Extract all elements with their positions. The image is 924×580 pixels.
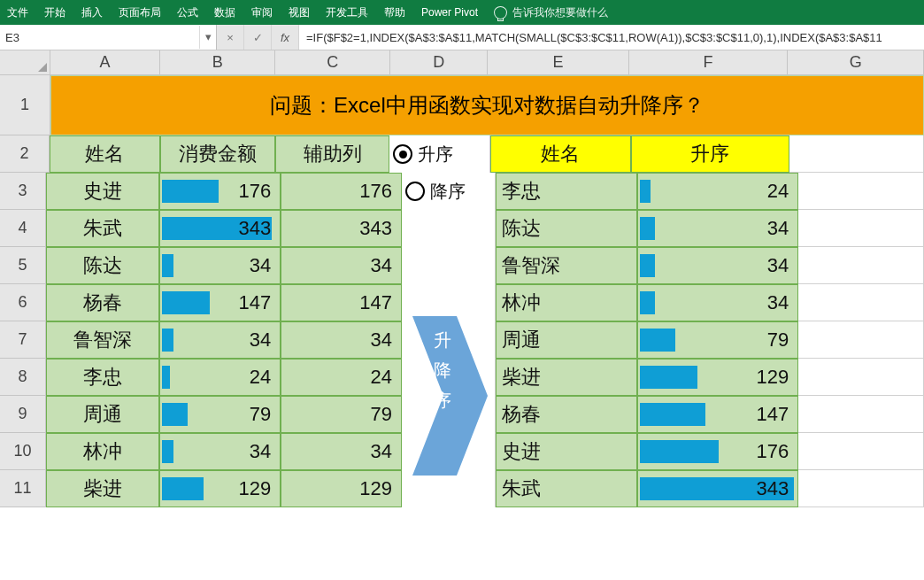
cell-sorted[interactable]: 34 [637,210,799,247]
cell-D8[interactable] [402,359,496,396]
tell-me[interactable]: 告诉我你想要做什么 [494,5,608,20]
ribbon-tab-review[interactable]: 审阅 [251,5,273,20]
rowhead-4[interactable]: 4 [0,210,46,247]
cell-aux[interactable]: 129 [281,470,402,507]
colhead-E[interactable]: E [488,50,629,75]
cell-G11[interactable] [798,470,924,507]
cell-sorted[interactable]: 24 [637,173,799,210]
rowhead-1[interactable]: 1 [0,75,50,135]
ribbon-tab-formula[interactable]: 公式 [177,5,198,20]
cell-name-left[interactable]: 杨春 [46,284,159,321]
enter-button[interactable]: ✓ [244,25,272,50]
cell-aux[interactable]: 343 [281,210,402,247]
cell-D4[interactable] [402,210,496,247]
rowhead-8[interactable]: 8 [0,359,46,396]
cell-name-right[interactable]: 史进 [496,433,637,470]
cell-sorted[interactable]: 34 [637,247,799,284]
radio-desc[interactable]: 降序 [402,173,496,210]
cell-sorted[interactable]: 79 [637,321,799,359]
cell-name-right[interactable]: 杨春 [496,396,637,433]
cell-amount[interactable]: 147 [159,284,281,321]
rowhead-6[interactable]: 6 [0,284,46,321]
cell-G6[interactable] [798,284,924,321]
cell-sorted[interactable]: 343 [637,470,799,507]
cell-D10[interactable] [402,433,496,470]
cell-name-left[interactable]: 鲁智深 [46,321,159,359]
cell-name-left[interactable]: 林冲 [46,433,159,470]
cell-G7[interactable] [798,321,924,359]
header-name-left[interactable]: 姓名 [50,135,160,173]
cell-amount[interactable]: 34 [159,247,281,284]
ribbon-tab-pivot[interactable]: Power Pivot [421,6,478,19]
cell-aux[interactable]: 176 [281,173,402,210]
colhead-G[interactable]: G [788,50,924,75]
cell-amount[interactable]: 24 [159,359,281,396]
cell-G3[interactable] [798,173,924,210]
header-name-right[interactable]: 姓名 [490,135,631,173]
cell-amount[interactable]: 176 [159,173,281,210]
ribbon-tab-help[interactable]: 帮助 [384,5,405,20]
cell-name-left[interactable]: 陈达 [46,247,159,284]
cell-amount[interactable]: 34 [159,433,281,470]
cell-name-right[interactable]: 鲁智深 [496,247,637,284]
name-box-dropdown-icon[interactable]: ▾ [199,26,216,49]
rowhead-9[interactable]: 9 [0,396,46,433]
rowhead-2[interactable]: 2 [0,135,50,173]
cell-sorted[interactable]: 34 [637,284,799,321]
cell-name-left[interactable]: 朱武 [46,210,159,247]
cell-name-right[interactable]: 林冲 [496,284,637,321]
cell-name-right[interactable]: 周通 [496,321,637,359]
cell-aux[interactable]: 24 [281,359,402,396]
cell-D11[interactable] [402,470,496,507]
cell-sorted[interactable]: 129 [637,359,799,396]
cell-amount[interactable]: 79 [159,396,281,433]
colhead-D[interactable]: D [390,50,488,75]
colhead-C[interactable]: C [275,50,390,75]
cell-aux[interactable]: 34 [281,247,402,284]
cell-name-left[interactable]: 李忠 [46,359,159,396]
ribbon-tab-dev[interactable]: 开发工具 [326,5,368,20]
rowhead-3[interactable]: 3 [0,173,46,210]
title-cell[interactable]: 问题：Excel中用函数实现对数据自动升降序？ [50,75,924,135]
cell-name-left[interactable]: 周通 [46,396,159,433]
formula-input[interactable]: =IF($F$2=1,INDEX($A$3:$A$11,MATCH(SMALL(… [299,25,924,50]
select-all-corner[interactable] [0,50,50,75]
rowhead-7[interactable]: 7 [0,321,46,359]
header-aux[interactable]: 辅助列 [275,135,390,173]
ribbon-tab-data[interactable]: 数据 [214,5,235,20]
header-sorted[interactable]: 升序 [631,135,789,173]
ribbon-tab-file[interactable]: 文件 [7,5,28,20]
radio-asc[interactable]: 升序 [389,135,489,173]
colhead-B[interactable]: B [160,50,275,75]
cancel-button[interactable]: × [217,25,244,50]
cell-name-left[interactable]: 柴进 [46,470,159,507]
cell-aux[interactable]: 34 [281,321,402,359]
cell-D7[interactable] [402,321,496,359]
name-box[interactable]: E3 ▾ [0,25,217,50]
rowhead-11[interactable]: 11 [0,470,46,507]
cell-name-right[interactable]: 陈达 [496,210,637,247]
cell-aux[interactable]: 79 [281,396,402,433]
rowhead-5[interactable]: 5 [0,247,46,284]
cell-name-left[interactable]: 史进 [46,173,159,210]
cell-amount[interactable]: 129 [159,470,281,507]
ribbon-tab-view[interactable]: 视图 [289,5,310,20]
ribbon-tab-insert[interactable]: 插入 [81,5,103,20]
cell-aux[interactable]: 34 [281,433,402,470]
ribbon-tab-home[interactable]: 开始 [44,5,65,20]
ribbon-tab-layout[interactable]: 页面布局 [119,5,161,20]
cell-name-right[interactable]: 柴进 [496,359,637,396]
colhead-F[interactable]: F [629,50,788,75]
rowhead-10[interactable]: 10 [0,433,46,470]
cell-G4[interactable] [798,210,924,247]
colhead-A[interactable]: A [50,50,161,75]
cell-amount[interactable]: 343 [159,210,281,247]
cell-G5[interactable] [798,247,924,284]
cell-name-right[interactable]: 朱武 [496,470,637,507]
cell-G9[interactable] [798,396,924,433]
cell-D5[interactable] [402,247,496,284]
cell-G10[interactable] [798,433,924,470]
cell-aux[interactable]: 147 [281,284,402,321]
cell-G8[interactable] [798,359,924,396]
cell-D6[interactable] [402,284,496,321]
